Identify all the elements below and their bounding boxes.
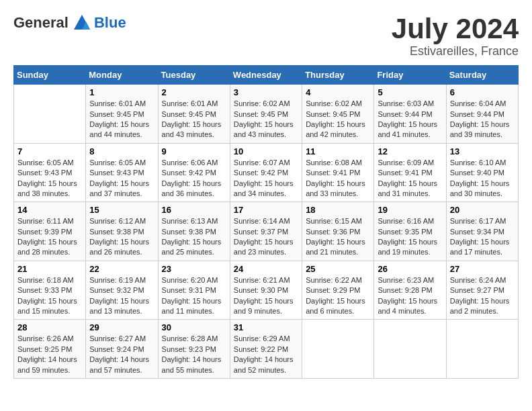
col-monday: Monday <box>86 66 158 85</box>
day-info: Sunrise: 6:05 AM Sunset: 9:43 PM Dayligh… <box>17 158 82 199</box>
day-info: Sunrise: 6:19 AM Sunset: 9:32 PM Dayligh… <box>89 275 154 317</box>
day-number: 20 <box>450 205 515 215</box>
calendar-cell: 31Sunrise: 6:29 AM Sunset: 9:22 PM Dayli… <box>230 320 302 379</box>
calendar-week-2: 7Sunrise: 6:05 AM Sunset: 9:43 PM Daylig… <box>14 143 519 202</box>
calendar-cell: 18Sunrise: 6:15 AM Sunset: 9:36 PM Dayli… <box>302 202 374 261</box>
day-number: 19 <box>378 205 442 215</box>
calendar-cell: 4Sunrise: 6:02 AM Sunset: 9:45 PM Daylig… <box>302 85 374 144</box>
calendar-cell: 26Sunrise: 6:23 AM Sunset: 9:28 PM Dayli… <box>374 261 446 320</box>
calendar-week-4: 21Sunrise: 6:18 AM Sunset: 9:33 PM Dayli… <box>14 261 519 320</box>
day-info: Sunrise: 6:03 AM Sunset: 9:44 PM Dayligh… <box>378 99 442 140</box>
day-info: Sunrise: 6:26 AM Sunset: 9:25 PM Dayligh… <box>17 334 82 375</box>
calendar-cell: 13Sunrise: 6:10 AM Sunset: 9:40 PM Dayli… <box>446 143 518 202</box>
day-info: Sunrise: 6:16 AM Sunset: 9:35 PM Dayligh… <box>378 216 442 258</box>
day-number: 23 <box>162 264 226 274</box>
calendar-cell <box>446 320 518 379</box>
calendar-cell: 3Sunrise: 6:02 AM Sunset: 9:45 PM Daylig… <box>230 85 302 144</box>
col-tuesday: Tuesday <box>158 66 230 85</box>
calendar-cell: 30Sunrise: 6:28 AM Sunset: 9:23 PM Dayli… <box>158 320 230 379</box>
day-number: 1 <box>89 87 154 97</box>
calendar-cell: 17Sunrise: 6:14 AM Sunset: 9:37 PM Dayli… <box>230 202 302 261</box>
title-area: July 2024 Estivareilles, France <box>392 13 519 58</box>
calendar-cell: 5Sunrise: 6:03 AM Sunset: 9:44 PM Daylig… <box>374 85 446 144</box>
day-number: 28 <box>17 322 82 332</box>
day-number: 26 <box>378 264 442 274</box>
calendar-cell: 2Sunrise: 6:01 AM Sunset: 9:45 PM Daylig… <box>158 85 230 144</box>
day-number: 22 <box>89 264 154 274</box>
day-number: 13 <box>450 146 515 156</box>
logo-text-general: General <box>13 14 69 32</box>
day-number: 29 <box>89 322 154 332</box>
month-title: July 2024 <box>392 13 519 44</box>
day-number: 5 <box>378 87 442 97</box>
calendar-header-row: Sunday Monday Tuesday Wednesday Thursday… <box>14 66 519 85</box>
day-info: Sunrise: 6:04 AM Sunset: 9:44 PM Dayligh… <box>450 99 515 140</box>
calendar-cell: 28Sunrise: 6:26 AM Sunset: 9:25 PM Dayli… <box>14 320 86 379</box>
page-header: General Blue July 2024 Estivareilles, Fr… <box>13 13 519 58</box>
day-info: Sunrise: 6:02 AM Sunset: 9:45 PM Dayligh… <box>234 99 298 140</box>
calendar-cell: 7Sunrise: 6:05 AM Sunset: 9:43 PM Daylig… <box>14 143 86 202</box>
calendar-cell: 23Sunrise: 6:20 AM Sunset: 9:31 PM Dayli… <box>158 261 230 320</box>
calendar-cell: 29Sunrise: 6:27 AM Sunset: 9:24 PM Dayli… <box>86 320 158 379</box>
calendar-cell <box>302 320 374 379</box>
day-info: Sunrise: 6:10 AM Sunset: 9:40 PM Dayligh… <box>450 158 515 199</box>
day-info: Sunrise: 6:27 AM Sunset: 9:24 PM Dayligh… <box>89 334 154 375</box>
day-number: 31 <box>234 322 298 332</box>
calendar-cell: 21Sunrise: 6:18 AM Sunset: 9:33 PM Dayli… <box>14 261 86 320</box>
day-info: Sunrise: 6:22 AM Sunset: 9:29 PM Dayligh… <box>306 275 370 317</box>
day-number: 17 <box>234 205 298 215</box>
day-info: Sunrise: 6:15 AM Sunset: 9:36 PM Dayligh… <box>306 216 370 258</box>
day-info: Sunrise: 6:01 AM Sunset: 9:45 PM Dayligh… <box>162 99 226 140</box>
day-info: Sunrise: 6:07 AM Sunset: 9:42 PM Dayligh… <box>234 158 298 199</box>
day-number: 2 <box>162 87 226 97</box>
day-info: Sunrise: 6:14 AM Sunset: 9:37 PM Dayligh… <box>234 216 298 258</box>
day-info: Sunrise: 6:01 AM Sunset: 9:45 PM Dayligh… <box>89 99 154 140</box>
day-info: Sunrise: 6:05 AM Sunset: 9:43 PM Dayligh… <box>89 158 154 199</box>
day-number: 6 <box>450 87 515 97</box>
logo-text-blue: Blue <box>94 14 126 32</box>
day-info: Sunrise: 6:23 AM Sunset: 9:28 PM Dayligh… <box>378 275 442 317</box>
day-info: Sunrise: 6:09 AM Sunset: 9:41 PM Dayligh… <box>378 158 442 199</box>
day-number: 25 <box>306 264 370 274</box>
day-number: 3 <box>234 87 298 97</box>
calendar-cell: 12Sunrise: 6:09 AM Sunset: 9:41 PM Dayli… <box>374 143 446 202</box>
day-info: Sunrise: 6:02 AM Sunset: 9:45 PM Dayligh… <box>306 99 370 140</box>
day-info: Sunrise: 6:13 AM Sunset: 9:38 PM Dayligh… <box>162 216 226 258</box>
calendar-cell: 24Sunrise: 6:21 AM Sunset: 9:30 PM Dayli… <box>230 261 302 320</box>
calendar-cell <box>374 320 446 379</box>
day-number: 15 <box>89 205 154 215</box>
day-number: 10 <box>234 146 298 156</box>
calendar-cell: 20Sunrise: 6:17 AM Sunset: 9:34 PM Dayli… <box>446 202 518 261</box>
calendar-table: Sunday Monday Tuesday Wednesday Thursday… <box>13 65 519 379</box>
day-number: 9 <box>162 146 226 156</box>
calendar-week-3: 14Sunrise: 6:11 AM Sunset: 9:39 PM Dayli… <box>14 202 519 261</box>
day-info: Sunrise: 6:24 AM Sunset: 9:27 PM Dayligh… <box>450 275 515 317</box>
day-number: 4 <box>306 87 370 97</box>
day-number: 16 <box>162 205 226 215</box>
calendar-cell: 6Sunrise: 6:04 AM Sunset: 9:44 PM Daylig… <box>446 85 518 144</box>
calendar-cell: 11Sunrise: 6:08 AM Sunset: 9:41 PM Dayli… <box>302 143 374 202</box>
day-number: 7 <box>17 146 82 156</box>
calendar-cell: 16Sunrise: 6:13 AM Sunset: 9:38 PM Dayli… <box>158 202 230 261</box>
calendar-cell: 27Sunrise: 6:24 AM Sunset: 9:27 PM Dayli… <box>446 261 518 320</box>
calendar-cell <box>14 85 86 144</box>
day-number: 18 <box>306 205 370 215</box>
calendar-week-1: 1Sunrise: 6:01 AM Sunset: 9:45 PM Daylig… <box>14 85 519 144</box>
day-info: Sunrise: 6:08 AM Sunset: 9:41 PM Dayligh… <box>306 158 370 199</box>
calendar-cell: 10Sunrise: 6:07 AM Sunset: 9:42 PM Dayli… <box>230 143 302 202</box>
day-number: 27 <box>450 264 515 274</box>
day-number: 24 <box>234 264 298 274</box>
calendar-cell: 22Sunrise: 6:19 AM Sunset: 9:32 PM Dayli… <box>86 261 158 320</box>
calendar-week-5: 28Sunrise: 6:26 AM Sunset: 9:25 PM Dayli… <box>14 320 519 379</box>
day-number: 30 <box>162 322 226 332</box>
day-number: 12 <box>378 146 442 156</box>
day-info: Sunrise: 6:06 AM Sunset: 9:42 PM Dayligh… <box>162 158 226 199</box>
day-number: 11 <box>306 146 370 156</box>
calendar-cell: 8Sunrise: 6:05 AM Sunset: 9:43 PM Daylig… <box>86 143 158 202</box>
day-info: Sunrise: 6:12 AM Sunset: 9:38 PM Dayligh… <box>89 216 154 258</box>
day-info: Sunrise: 6:21 AM Sunset: 9:30 PM Dayligh… <box>234 275 298 317</box>
day-info: Sunrise: 6:18 AM Sunset: 9:33 PM Dayligh… <box>17 275 82 317</box>
calendar-cell: 1Sunrise: 6:01 AM Sunset: 9:45 PM Daylig… <box>86 85 158 144</box>
col-sunday: Sunday <box>14 66 86 85</box>
col-wednesday: Wednesday <box>230 66 302 85</box>
